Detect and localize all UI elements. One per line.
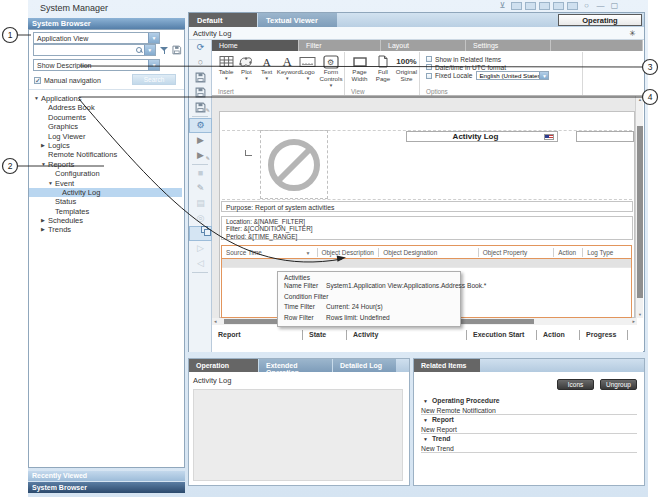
chevron-down-icon[interactable]: ▼ <box>148 33 159 43</box>
layout-columns-icon[interactable] <box>553 2 564 10</box>
group-report[interactable]: ▼Report <box>421 415 637 425</box>
column-object-designation[interactable]: Object Designation <box>378 248 478 257</box>
tab-textual-viewer[interactable]: Textual Viewer <box>257 13 337 27</box>
tree-item-reports[interactable]: ▼Reports <box>29 160 182 169</box>
stop-icon[interactable]: ○ <box>189 55 212 70</box>
tree-item-configuration[interactable]: Configuration <box>29 169 182 178</box>
layout-full-icon[interactable] <box>567 2 578 10</box>
expand-icon[interactable]: ▼ <box>48 179 53 188</box>
icons-button[interactable]: Icons <box>557 379 594 390</box>
settings-asterisk-icon[interactable]: ✳ <box>629 29 636 38</box>
tab-operation[interactable]: Operation <box>189 359 258 372</box>
filter-info-box[interactable]: Location: &[NAME_FILTER] Filter: &[CONDI… <box>221 216 633 240</box>
export-document-icon[interactable]: ▤ <box>189 196 212 211</box>
tab-default[interactable]: Default <box>189 13 257 27</box>
collapse-icon[interactable]: ▼ <box>423 417 428 423</box>
share-out-icon[interactable]: ▷ <box>189 241 212 256</box>
search-report-icon[interactable]: ◎ <box>189 211 212 226</box>
tree-item-trends[interactable]: ▶Trends <box>29 225 182 234</box>
column-action[interactable]: Action <box>553 248 582 257</box>
layout-split-left-icon[interactable] <box>525 2 536 10</box>
logo-button[interactable]: Logo ▼ <box>298 54 318 89</box>
expand-icon[interactable]: ▼ <box>41 160 46 169</box>
list-item[interactable]: New Report <box>421 425 637 435</box>
manual-navigation-checkbox[interactable]: ✓ <box>34 77 41 84</box>
ribbon-tab-filter[interactable]: Filter <box>299 40 381 51</box>
operating-button[interactable]: Operating <box>558 14 642 26</box>
group-trend[interactable]: ▼Trend <box>421 434 637 444</box>
help-icon[interactable]: ○ <box>581 2 592 10</box>
secondary-title-box[interactable] <box>576 131 634 142</box>
keyword-button[interactable]: A Keyword ▼ <box>277 54 298 89</box>
collapse-icon[interactable]: ▼ <box>423 398 428 404</box>
column-filter-dropdown-icon[interactable]: ▼ <box>306 249 311 257</box>
scroll-up-icon[interactable]: ▲ <box>636 97 644 102</box>
tab-related-items[interactable]: Related Items <box>414 359 480 372</box>
ungroup-button[interactable]: Ungroup <box>600 379 637 390</box>
pin-icon[interactable]: ⊻ <box>497 2 508 10</box>
system-browser-bottom-bar[interactable]: System Browser <box>28 482 185 493</box>
filter-icon[interactable] <box>160 46 169 55</box>
tree-item-documents[interactable]: Documents <box>29 113 182 122</box>
description-selector-combo[interactable]: Show Description ▼ <box>33 59 160 71</box>
tab-detailed-log[interactable]: Detailed Log <box>332 359 396 372</box>
collapse-icon[interactable]: ▼ <box>423 436 428 442</box>
form-controls-button[interactable]: ⚙ Form Controls ▼ <box>318 54 344 89</box>
chevron-down-icon[interactable]: ▼ <box>148 60 159 70</box>
save-filter-icon[interactable] <box>172 45 182 55</box>
report-title-box[interactable]: Activity Log <box>406 131 558 142</box>
ribbon-tab-layout[interactable]: Layout <box>381 40 466 51</box>
expand-icon[interactable]: ▶ <box>41 141 45 150</box>
expand-icon[interactable]: ▶ <box>41 216 45 225</box>
locale-combo[interactable]: English (United States) ▼ <box>476 71 549 80</box>
run-edit-icon[interactable]: ▶✎ <box>189 148 212 163</box>
recently-viewed-bar[interactable]: Recently Viewed <box>28 471 185 481</box>
tree-item-status[interactable]: Status <box>29 197 182 206</box>
full-page-button[interactable]: Full Page <box>372 54 394 82</box>
list-item[interactable]: New Trend <box>421 444 637 454</box>
copy-icon[interactable] <box>189 226 212 241</box>
tree-item-event[interactable]: ▼Event <box>29 179 182 188</box>
tree-item-logics[interactable]: ▶Logics <box>29 141 182 150</box>
tab-extended-operation[interactable]: Extended Operation <box>258 359 332 372</box>
column-log-type[interactable]: Log Type <box>582 248 631 257</box>
settings-gear-icon[interactable]: ⚙ <box>189 118 212 133</box>
save-as-icon[interactable] <box>189 85 212 100</box>
tree-item-applications[interactable]: ▼Applications <box>29 94 182 103</box>
option-fixed-locale[interactable]: Fixed Locale English (United States) ▼ <box>426 72 582 80</box>
save-icon[interactable] <box>189 70 212 85</box>
scroll-left-icon[interactable]: ◂ <box>214 318 217 325</box>
tree-item-activity-log-selected[interactable]: Activity Log <box>29 188 182 197</box>
expand-icon[interactable]: ▼ <box>34 94 39 103</box>
plot-button[interactable]: Plot ▼ <box>236 54 256 89</box>
ribbon-tab-home[interactable]: Home <box>212 40 299 51</box>
tree-item-remote-notifications[interactable]: Remote Notifications <box>29 150 182 159</box>
share-in-icon[interactable]: ◁ <box>189 256 212 271</box>
chevron-down-icon[interactable]: ▼ <box>144 45 155 55</box>
restore-icon[interactable]: ▢ <box>609 2 620 10</box>
scrollbar-thumb[interactable] <box>637 126 643 298</box>
checkbox[interactable] <box>426 64 432 70</box>
vertical-scrollbar[interactable]: ▲ ▼ <box>635 96 643 318</box>
list-item[interactable]: New Remote Notification <box>421 406 637 416</box>
tree-item-templates[interactable]: Templates <box>29 207 182 216</box>
group-operating-procedure[interactable]: ▼Operating Procedure <box>421 396 637 406</box>
operation-content-area[interactable] <box>193 389 403 481</box>
placeholder-icon[interactable]: ■ <box>189 166 212 181</box>
system-browser-header[interactable]: System Browser <box>28 18 185 29</box>
option-show-in-related-items[interactable]: Show in Related Items <box>426 55 582 63</box>
scroll-right-icon[interactable]: ▸ <box>632 318 635 325</box>
tree-item-address-book[interactable]: Address Book <box>29 103 182 112</box>
tree-item-schedules[interactable]: ▶Schedules <box>29 216 182 225</box>
edit-pencil-icon[interactable]: ✎ <box>189 181 212 196</box>
expand-icon[interactable]: ▶ <box>41 225 45 234</box>
refresh-edit-icon[interactable]: ⟳ <box>189 40 212 55</box>
tree-item-log-viewer[interactable]: Log Viewer <box>29 132 182 141</box>
ribbon-tab-settings[interactable]: Settings <box>466 40 551 51</box>
scroll-down-icon[interactable]: ▼ <box>636 312 644 317</box>
column-object-property[interactable]: Object Property <box>478 248 554 257</box>
purpose-box[interactable]: Purpose: Report of system activities <box>221 201 633 212</box>
table-button[interactable]: Table ▼ <box>216 54 236 89</box>
search-input[interactable]: ▼ <box>33 44 156 56</box>
save-all-icon[interactable]: ✎ <box>189 100 212 115</box>
